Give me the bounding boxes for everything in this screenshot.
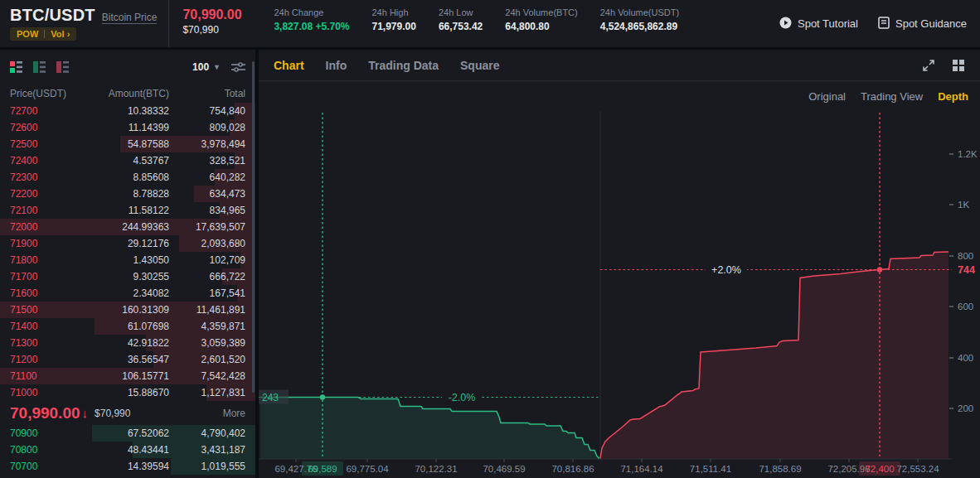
book-mode-asks-icon[interactable] [56, 61, 69, 74]
order-amount: 48.43441 [80, 442, 169, 458]
order-total: 640,282 [169, 169, 245, 186]
ask-row[interactable]: 71500160.3130911,461,891 [0, 302, 255, 318]
y-axis-label: 600 [958, 302, 973, 311]
ask-row[interactable]: 717009.30255666,722 [0, 268, 255, 285]
ask-price-badge-label: 72,400 [865, 464, 894, 474]
spot-tutorial-link[interactable]: Spot Tutorial [779, 17, 858, 31]
stat-label: 24h High [372, 7, 416, 17]
book-mode-both-icon[interactable] [10, 61, 22, 74]
tab-trading-data[interactable]: Trading Data [368, 59, 439, 72]
fiat-price: $70,990 [182, 24, 262, 36]
order-price: 72200 [10, 186, 80, 202]
chart-panel: ChartInfoTrading DataSquare OriginalTrad… [259, 50, 980, 478]
book-mode-bids-icon[interactable] [33, 61, 46, 74]
view-tab-original[interactable]: Original [808, 90, 846, 103]
top-bar: BTC/USDT Bitcoin Price POW Vol › 70,990.… [0, 0, 980, 47]
bid-row[interactable]: 7090067.520624,790,402 [0, 425, 255, 442]
order-price: 72000 [10, 219, 80, 235]
order-price: 71800 [10, 252, 80, 268]
order-book-scrollbar[interactable] [252, 61, 255, 393]
precision-value: 100 [192, 61, 209, 73]
order-amount: 244.99363 [80, 219, 169, 235]
order-total: 2,601,520 [169, 351, 245, 368]
ask-row[interactable]: 7140061.076984,359,871 [0, 318, 255, 335]
order-amount: 160.31309 [80, 302, 169, 318]
order-price: 72400 [10, 152, 80, 169]
ask-marker-dot [877, 267, 882, 272]
order-amount: 36.56547 [80, 351, 169, 368]
ask-row[interactable]: 723008.85608640,282 [0, 169, 255, 186]
tab-square[interactable]: Square [460, 59, 499, 72]
order-total: 167,541 [169, 285, 245, 302]
tab-chart[interactable]: Chart [274, 59, 304, 72]
order-total: 328,521 [169, 152, 245, 169]
amount-column-header: Amount(BTC) [80, 88, 169, 99]
x-axis-label: 71,511.41 [690, 464, 731, 474]
order-price: 71400 [10, 318, 80, 335]
order-total: 4,790,402 [169, 425, 245, 442]
order-total: 666,722 [169, 268, 245, 285]
ask-row[interactable]: 7270010.38332754,840 [0, 103, 255, 119]
order-amount: 67.52062 [80, 425, 169, 442]
bid-pct-label: -2.0% [449, 392, 476, 403]
ask-row[interactable]: 7260011.14399809,028 [0, 119, 255, 136]
bid-price-badge-label: 69,589 [308, 464, 337, 474]
pow-vol-tag[interactable]: POW Vol › [10, 27, 76, 41]
bid-depth-value-label: 243 [262, 392, 279, 403]
ask-row[interactable]: 7100015.886701,127,831 [0, 384, 255, 401]
ask-row[interactable]: 716002.34082167,541 [0, 285, 255, 302]
order-amount: 8.85608 [80, 169, 169, 186]
ask-row[interactable]: 7130042.918223,059,389 [0, 335, 255, 351]
ask-row[interactable]: 722008.78828634,473 [0, 186, 255, 202]
chart-tab-bar: ChartInfoTrading DataSquare [259, 50, 980, 81]
x-axis-label: 71,164.14 [620, 464, 663, 474]
depth-settings-icon[interactable] [231, 61, 245, 73]
ask-row[interactable]: 7190029.121762,093,680 [0, 235, 255, 252]
order-price: 71900 [10, 235, 80, 252]
order-total: 11,461,891 [169, 302, 245, 318]
view-tab-trading-view[interactable]: Trading View [861, 90, 923, 103]
order-price: 71500 [10, 302, 80, 318]
bid-row[interactable]: 7070014.395941,019,555 [0, 458, 255, 475]
spot-guidance-link[interactable]: Spot Guidance [878, 17, 967, 31]
order-total: 7,542,428 [169, 368, 245, 384]
order-amount: 9.30255 [80, 268, 169, 285]
order-total: 1,127,831 [169, 384, 245, 401]
ask-depth-area [600, 252, 948, 459]
ask-row[interactable]: 7210011.58122834,965 [0, 202, 255, 219]
order-price: 71200 [10, 351, 80, 368]
ask-row[interactable]: 7120036.565472,601,520 [0, 351, 255, 368]
ask-pct-label: +2.0% [711, 264, 741, 276]
tab-info[interactable]: Info [326, 59, 347, 72]
layout-grid-icon[interactable] [952, 59, 965, 72]
stat-value: 3,827.08 +5.70% [274, 21, 349, 32]
stat-value: 66,753.42 [439, 21, 483, 32]
order-total: 809,028 [169, 119, 245, 136]
order-total: 834,965 [169, 202, 245, 219]
chevron-down-icon: ▼ [213, 63, 221, 71]
ask-row[interactable]: 718001.43050102,709 [0, 252, 255, 268]
order-price: 71100 [10, 368, 80, 384]
chart-view-toggle: OriginalTrading ViewDepth [259, 81, 980, 111]
view-tab-depth[interactable]: Depth [938, 90, 968, 103]
order-amount: 14.39594 [80, 458, 169, 475]
ticker-stat: 24h Volume(USDT)4,524,865,862.89 [600, 7, 679, 47]
ask-row[interactable]: 71100106.157717,542,428 [0, 368, 255, 384]
ask-row[interactable]: 7250054.875883,978,494 [0, 136, 255, 152]
order-total: 754,840 [169, 103, 245, 119]
depth-chart[interactable]: 1.2K1K80060040020069,427.7669,775.0470,1… [259, 111, 980, 478]
ask-row[interactable]: 72000244.9936317,639,507 [0, 219, 255, 235]
precision-select[interactable]: 100 ▼ [192, 61, 221, 73]
order-amount: 10.38332 [80, 103, 169, 119]
y-axis-label: 400 [958, 353, 973, 363]
more-link[interactable]: More [223, 408, 245, 419]
order-book-panel: 100 ▼ Price(USDT) Amount(BTC) Total 7270… [0, 50, 255, 478]
ask-row[interactable]: 724004.53767328,521 [0, 152, 255, 169]
order-total: 102,709 [169, 252, 245, 268]
expand-icon[interactable] [922, 59, 935, 72]
last-price: 70,990.00 [182, 7, 262, 22]
bid-row[interactable]: 7080048.434413,431,187 [0, 442, 255, 458]
order-amount: 8.78828 [80, 186, 169, 202]
bitcoin-price-link[interactable]: Bitcoin Price [102, 12, 158, 24]
ticker-stat: 24h High71,979.00 [372, 7, 416, 47]
